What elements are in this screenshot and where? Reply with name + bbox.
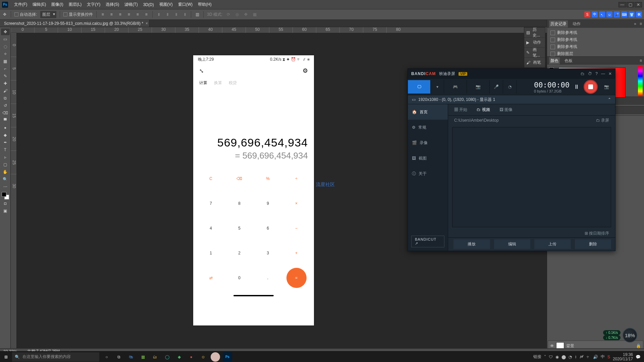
tool-more[interactable]: ⋯: [1, 183, 10, 190]
tray-app-icon[interactable]: ◔: [569, 355, 572, 359]
tray-bt-icon[interactable]: ᚼ: [575, 355, 577, 359]
distribute-icon[interactable]: ⫴: [156, 12, 161, 17]
align-icon[interactable]: ≡: [100, 12, 105, 17]
ime-mic-icon[interactable]: 🎤: [614, 11, 620, 17]
align-icon-5[interactable]: ≡: [135, 12, 140, 17]
mode-screen-dropdown[interactable]: ▾: [431, 80, 444, 94]
menu-select[interactable]: 选择(S): [103, 2, 122, 7]
sogou-icon[interactable]: S: [584, 11, 590, 17]
task-app-1[interactable]: ▦: [138, 352, 148, 362]
start-button[interactable]: ⊞: [0, 352, 12, 362]
3d-icon[interactable]: ⟳: [226, 12, 231, 17]
mode-screen[interactable]: 🖵: [408, 80, 431, 94]
tray-wifi-icon[interactable]: ᯤ: [586, 355, 590, 359]
task-store[interactable]: 🛍: [126, 352, 136, 362]
tab-history[interactable]: 历史记录: [549, 20, 568, 27]
tray-gpu-icon[interactable]: ◉: [555, 355, 559, 359]
tab-swatches[interactable]: 色板: [563, 57, 574, 64]
menu-layer[interactable]: 图层(L): [66, 2, 85, 7]
align-icon-2[interactable]: ≡: [109, 12, 114, 17]
tray-power-icon[interactable]: 🗲: [580, 355, 584, 359]
align-icon-4[interactable]: ≡: [126, 12, 131, 17]
panel-menu-icon[interactable]: ≡: [640, 21, 642, 26]
tray-chevron-icon[interactable]: ˄: [544, 355, 546, 359]
menu-file[interactable]: 文件(F): [11, 2, 30, 7]
tool-screenmode[interactable]: ▣: [1, 207, 10, 214]
arrange-icon[interactable]: ▥: [195, 12, 200, 17]
3d-icon-2[interactable]: ◎: [234, 12, 240, 17]
side-about[interactable]: ⓘ关于: [408, 166, 448, 181]
tool-quick-select[interactable]: ✧: [1, 51, 10, 57]
ime-skin-icon[interactable]: 👕: [629, 11, 635, 17]
action-upload[interactable]: 上传: [534, 239, 571, 249]
action-play[interactable]: 播放: [453, 239, 490, 249]
task-app-3[interactable]: ☺: [199, 352, 208, 362]
ime-lang-icon[interactable]: 中: [592, 11, 598, 17]
side-general[interactable]: ⚙常规: [408, 120, 448, 135]
tool-frame[interactable]: ⌐: [1, 65, 10, 72]
task-edge[interactable]: ◯: [162, 352, 172, 362]
ime-face-icon[interactable]: ☺: [606, 11, 612, 17]
task-app-4[interactable]: [211, 352, 220, 362]
distribute-icon-4[interactable]: ⫴: [182, 12, 187, 17]
align-icon-3[interactable]: ≡: [117, 12, 123, 17]
minimize-button[interactable]: —: [601, 71, 605, 76]
output-folder[interactable]: 🗀 录屏: [596, 118, 609, 123]
tool-brush[interactable]: 🖌: [1, 87, 10, 94]
document-tab[interactable]: Screenshot_2020-11-17-19-29-55-813_com.m…: [0, 20, 150, 27]
sort-button[interactable]: ⊞ 按日期排序: [585, 231, 609, 236]
record-button[interactable]: [584, 80, 598, 94]
tool-move[interactable]: ✥: [1, 28, 10, 35]
tray-sogou-icon[interactable]: S: [607, 355, 610, 359]
menu-edit[interactable]: 编辑(E): [30, 2, 49, 7]
help-icon[interactable]: ?: [595, 71, 598, 76]
tool-stamp[interactable]: ⧉: [1, 95, 10, 102]
tool-shape[interactable]: ▢: [1, 161, 10, 168]
tray-ime-icon[interactable]: 中: [601, 354, 605, 360]
capture-target-bar[interactable]: ▭ 644x362 - (0, 0), (1920, 1080) - 显示器…: [408, 95, 615, 104]
visibility-icon[interactable]: 👁: [550, 344, 554, 348]
bandicam-window[interactable]: BANDICAM 班迪录屏 VIP 🗀 ⏱ ? — ✕ 🖵 ▾ 🎮 📷 🎤 ◔ …: [408, 68, 615, 251]
mode-webcam[interactable]: 🎤: [490, 80, 503, 94]
tray-clock[interactable]: 19:36 2020/11/17: [613, 353, 633, 361]
mode-game[interactable]: 🎮: [444, 80, 467, 94]
close-button[interactable]: ✕: [635, 2, 642, 7]
tab-actions[interactable]: 动作: [571, 20, 582, 27]
tool-hand[interactable]: ✋: [1, 169, 10, 175]
task-recorder[interactable]: ●: [186, 352, 196, 362]
mode-device[interactable]: 📷: [467, 80, 490, 94]
screenshot-button[interactable]: 📷: [602, 82, 611, 92]
task-app-2[interactable]: ◆: [174, 352, 184, 362]
collapsed-brush[interactable]: ✎画笔...: [524, 48, 545, 58]
ime-punct-icon[interactable]: •,: [599, 11, 605, 17]
tray-volume-icon[interactable]: 🔊: [593, 355, 598, 359]
tool-zoom[interactable]: 🔍: [1, 176, 10, 183]
menu-type[interactable]: 文字(Y): [84, 2, 103, 7]
tool-blur[interactable]: ●: [1, 124, 10, 131]
tray-notifications-icon[interactable]: 💬: [636, 355, 641, 359]
minimize-button[interactable]: —: [619, 2, 626, 7]
menu-image[interactable]: 图像(I): [49, 2, 66, 7]
collapsed-actions[interactable]: ▶动作: [524, 38, 545, 48]
distribute-icon-2[interactable]: ⫴: [165, 12, 170, 17]
menu-filter[interactable]: 滤镜(T): [122, 2, 140, 7]
tool-type[interactable]: T: [1, 146, 10, 153]
history-step[interactable]: 删除参考线: [549, 43, 642, 50]
bandicut-button[interactable]: BANDICUT ↗: [411, 236, 444, 247]
taskbar-search[interactable]: 🔍 在这里输入你要搜索的内容: [12, 352, 99, 362]
color-swatch[interactable]: [2, 192, 9, 199]
bandicam-titlebar[interactable]: BANDICAM 班迪录屏 VIP 🗀 ⏱ ? — ✕: [408, 69, 615, 79]
file-list[interactable]: [452, 127, 611, 227]
close-button[interactable]: ✕: [608, 71, 612, 76]
side-home[interactable]: 🏠首页: [408, 104, 448, 120]
menu-view[interactable]: 视图(V): [157, 2, 175, 7]
history-step[interactable]: 删除参考线: [549, 36, 642, 43]
align-icon-6[interactable]: ≡: [144, 12, 149, 17]
hue-slider[interactable]: [638, 66, 643, 96]
subtab-video[interactable]: 🗀 视频: [477, 107, 490, 113]
mode-overlay[interactable]: ◔: [503, 80, 517, 94]
3d-icon-3[interactable]: ✥: [243, 12, 249, 17]
panel-collapse-icon[interactable]: »: [634, 21, 636, 26]
tool-path[interactable]: ▹: [1, 154, 10, 161]
tool-eyedropper[interactable]: ✎: [1, 73, 10, 79]
